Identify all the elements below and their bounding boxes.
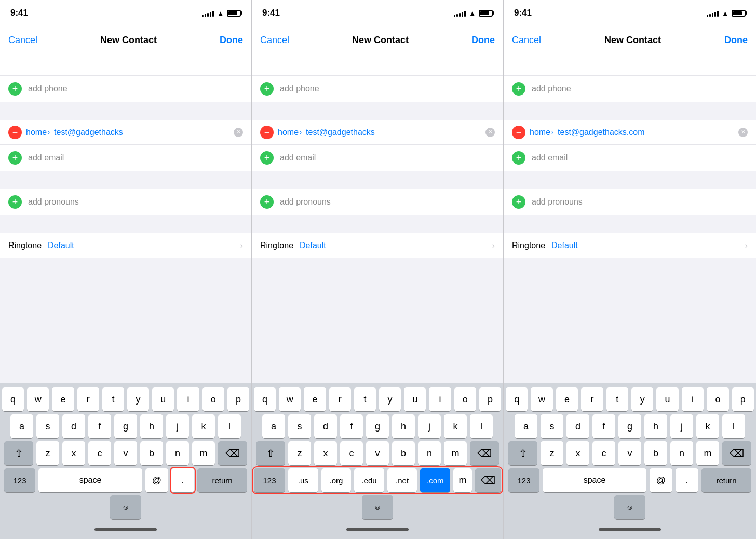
email-label-r[interactable]: home › (530, 128, 554, 137)
key-k-r[interactable]: k (696, 414, 719, 438)
key-z-r[interactable]: z (541, 441, 563, 465)
email-clear-button-r[interactable]: ✕ (738, 128, 748, 137)
key-o-r[interactable]: o (707, 387, 728, 411)
key-r-r[interactable]: r (581, 387, 603, 411)
emoji-key-m[interactable]: ☺ (362, 495, 393, 519)
delete-key-m[interactable]: ⌫ (470, 441, 499, 465)
add-pronouns-row[interactable]: + add pronouns (0, 189, 251, 215)
key-q-m[interactable]: q (254, 387, 276, 411)
key-u-r[interactable]: u (656, 387, 678, 411)
key-t-m[interactable]: t (354, 387, 376, 411)
key-r-m[interactable]: r (329, 387, 351, 411)
key-w-r[interactable]: w (531, 387, 552, 411)
num-key-m[interactable]: 123 (254, 468, 285, 492)
key-h-r[interactable]: h (644, 414, 667, 438)
email-label-m[interactable]: home › (278, 128, 302, 137)
remove-email-icon-r[interactable]: − (512, 126, 525, 139)
key-c[interactable]: c (88, 441, 111, 465)
ringtone-row[interactable]: Ringtone Default › (0, 233, 251, 258)
key-v-r[interactable]: v (618, 441, 641, 465)
email-label[interactable]: home › (26, 128, 50, 137)
key-m-domain[interactable]: m (453, 468, 472, 492)
delete-key-r[interactable]: ⌫ (722, 441, 751, 465)
key-d-m[interactable]: d (314, 414, 337, 438)
key-j-m[interactable]: j (418, 414, 441, 438)
done-button-r[interactable]: Done (724, 35, 748, 46)
key-n-r[interactable]: n (670, 441, 693, 465)
shift-key[interactable]: ⇧ (4, 441, 33, 465)
key-z-m[interactable]: z (288, 441, 311, 465)
key-k-m[interactable]: k (444, 414, 467, 438)
add-phone-row-m[interactable]: + add phone (252, 76, 503, 102)
key-d-r[interactable]: d (566, 414, 589, 438)
at-key[interactable]: @ (145, 468, 168, 492)
email-clear-button[interactable]: ✕ (234, 128, 243, 137)
key-i-m[interactable]: i (429, 387, 451, 411)
space-key-r[interactable]: space (543, 468, 646, 492)
key-c-r[interactable]: c (592, 441, 615, 465)
domain-com[interactable]: .com (420, 468, 450, 492)
add-pronouns-row-r[interactable]: + add pronouns (504, 189, 756, 215)
key-e-r[interactable]: e (556, 387, 578, 411)
key-q-r[interactable]: q (506, 387, 528, 411)
key-g-r[interactable]: g (618, 414, 641, 438)
key-i-r[interactable]: i (682, 387, 704, 411)
cancel-button-m[interactable]: Cancel (260, 35, 289, 46)
key-w[interactable]: w (27, 387, 49, 411)
key-f[interactable]: f (88, 414, 111, 438)
key-o[interactable]: o (203, 387, 224, 411)
num-key-r[interactable]: 123 (508, 468, 539, 492)
key-e-m[interactable]: e (304, 387, 326, 411)
key-b-m[interactable]: b (392, 441, 415, 465)
key-m-r[interactable]: m (696, 441, 719, 465)
key-c-m[interactable]: c (340, 441, 363, 465)
key-q[interactable]: q (2, 387, 24, 411)
key-z[interactable]: z (36, 441, 59, 465)
key-u-m[interactable]: u (404, 387, 426, 411)
key-n-m[interactable]: n (418, 441, 441, 465)
key-a-m[interactable]: a (262, 414, 285, 438)
key-i[interactable]: i (177, 387, 199, 411)
key-u[interactable]: u (152, 387, 174, 411)
emoji-key[interactable]: ☺ (110, 495, 141, 519)
return-key[interactable]: return (197, 468, 247, 492)
key-f-r[interactable]: f (592, 414, 615, 438)
key-v-m[interactable]: v (366, 441, 389, 465)
key-a[interactable]: a (10, 414, 33, 438)
key-f-m[interactable]: f (340, 414, 363, 438)
key-x-r[interactable]: x (566, 441, 589, 465)
key-h-m[interactable]: h (392, 414, 415, 438)
key-y-m[interactable]: y (379, 387, 401, 411)
key-p-r[interactable]: p (732, 387, 754, 411)
add-phone-row-r[interactable]: + add phone (504, 76, 756, 102)
key-n[interactable]: n (166, 441, 189, 465)
key-s-r[interactable]: s (541, 414, 563, 438)
key-o-m[interactable]: o (454, 387, 476, 411)
dot-key[interactable]: . (171, 468, 194, 492)
remove-email-icon-m[interactable]: − (260, 126, 274, 139)
key-t-r[interactable]: t (606, 387, 628, 411)
key-j-r[interactable]: j (670, 414, 693, 438)
domain-net[interactable]: .net (387, 468, 417, 492)
cancel-button[interactable]: Cancel (8, 35, 37, 46)
key-l-r[interactable]: l (722, 414, 745, 438)
done-button[interactable]: Done (220, 35, 243, 46)
email-input-m[interactable] (306, 128, 481, 137)
key-b-r[interactable]: b (644, 441, 667, 465)
space-key[interactable]: space (38, 468, 142, 492)
key-h[interactable]: h (140, 414, 163, 438)
key-v[interactable]: v (114, 441, 137, 465)
email-input-r[interactable] (558, 128, 734, 137)
ringtone-row-r[interactable]: Ringtone Default › (504, 233, 756, 258)
delete-key-m2[interactable]: ⌫ (475, 468, 501, 492)
add-email-row[interactable]: + add email (0, 145, 251, 171)
key-m-m[interactable]: m (444, 441, 467, 465)
add-pronouns-row-m[interactable]: + add pronouns (252, 189, 503, 215)
domain-org[interactable]: .org (321, 468, 352, 492)
ringtone-row-m[interactable]: Ringtone Default › (252, 233, 503, 258)
key-d[interactable]: d (62, 414, 85, 438)
key-b[interactable]: b (140, 441, 163, 465)
key-s-m[interactable]: s (288, 414, 311, 438)
email-row-r[interactable]: − home › ✕ (504, 120, 756, 145)
domain-edu[interactable]: .edu (354, 468, 384, 492)
